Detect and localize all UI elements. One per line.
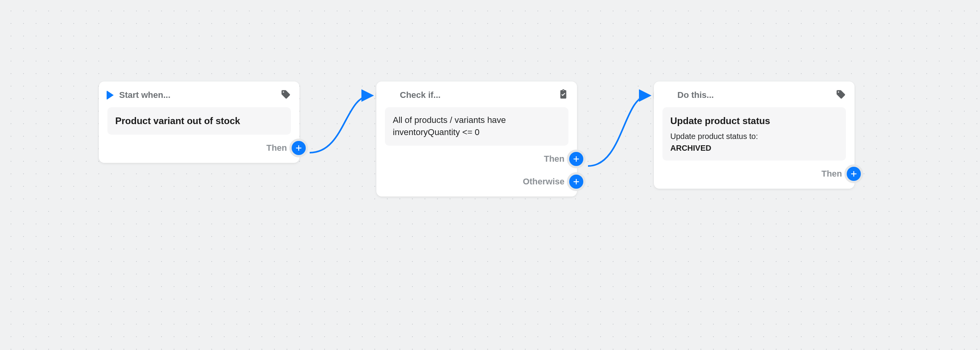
condition-branch-otherwise: Otherwise: [385, 175, 583, 189]
branch-label: Then: [821, 169, 842, 179]
trigger-body: Product variant out of stock: [107, 107, 291, 135]
branch-label: Otherwise: [523, 177, 564, 187]
action-body: Update product status Update product sta…: [662, 107, 846, 161]
trigger-body-title: Product variant out of stock: [115, 114, 283, 128]
condition-body-text: All of products / variants have inventor…: [393, 114, 561, 139]
action-branch-then: Then: [662, 167, 861, 181]
trigger-header-label: Start when...: [119, 90, 171, 100]
add-step-button[interactable]: [847, 167, 861, 181]
condition-branch-then: Then: [385, 152, 583, 166]
trigger-header: Start when...: [107, 89, 291, 101]
condition-header: Check if...: [385, 89, 568, 101]
add-step-button[interactable]: [569, 152, 583, 166]
trigger-branch-then: Then: [107, 141, 306, 155]
branch-label: Then: [544, 154, 564, 164]
branch-label: Then: [266, 143, 287, 153]
condition-header-label: Check if...: [400, 90, 441, 100]
clipboard-check-icon[interactable]: [558, 89, 568, 101]
action-header-label: Do this...: [677, 90, 714, 100]
condition-node[interactable]: Check if... All of products / variants h…: [376, 81, 577, 197]
action-body-subtitle: Update product status to:: [670, 131, 838, 142]
add-step-button[interactable]: [569, 175, 583, 189]
tag-icon[interactable]: [836, 89, 846, 101]
action-header: Do this...: [662, 89, 846, 101]
condition-body: All of products / variants have inventor…: [385, 107, 568, 146]
tag-icon[interactable]: [281, 89, 291, 101]
action-body-value: ARCHIVED: [670, 143, 838, 153]
trigger-node[interactable]: Start when... Product variant out of sto…: [99, 81, 299, 163]
add-step-button[interactable]: [292, 141, 306, 155]
workflow-canvas[interactable]: Start when... Product variant out of sto…: [0, 0, 980, 350]
action-body-title: Update product status: [670, 114, 838, 128]
action-node[interactable]: Do this... Update product status Update …: [654, 81, 855, 189]
play-icon: [107, 90, 114, 100]
